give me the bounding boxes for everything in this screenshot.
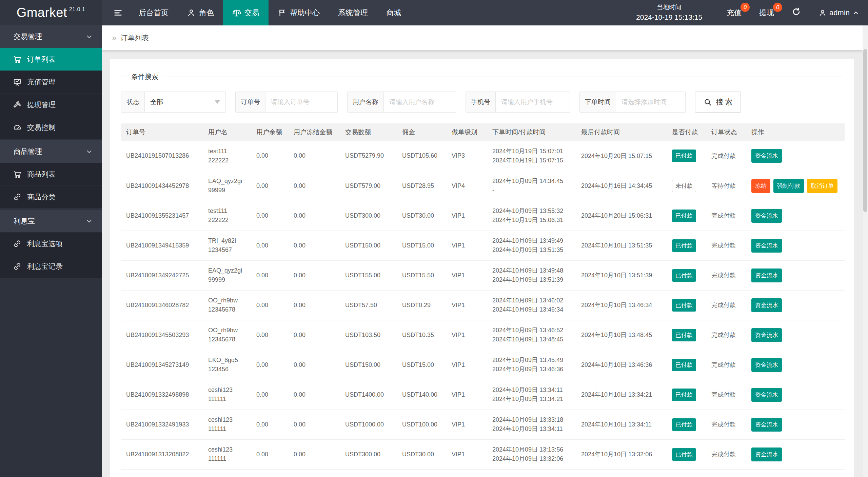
cell-paid: 已付款 <box>667 410 706 439</box>
cell-level: VIP4 <box>447 171 487 201</box>
phone-input[interactable] <box>496 92 570 112</box>
cell-frozen: 0.00 <box>289 350 340 380</box>
nav-item-1[interactable]: 后台首页 <box>130 0 178 25</box>
paid-status-badge: 未付款 <box>672 180 696 192</box>
sidebar-submenu: 利息宝选项利息宝记录 <box>0 232 102 278</box>
cell-order-status: 完成付款 <box>706 439 746 469</box>
table-row-7: UB2410091345503293OO_rh9bw123456780.000.… <box>121 320 845 350</box>
sidebar-item-利息宝选项[interactable]: 利息宝选项 <box>0 232 102 255</box>
nav-item-3[interactable]: 交易 <box>223 0 269 25</box>
refresh-icon <box>792 7 801 18</box>
cell-actions: 资金流水 <box>746 320 845 350</box>
fund-flow-button[interactable]: 资金流水 <box>751 149 782 163</box>
sidebar-item-提现管理[interactable]: 提现管理 <box>0 93 102 116</box>
nav-item-label: 商城 <box>386 8 401 18</box>
cell-amount: USDT57.50 <box>340 290 397 320</box>
cell-order-no: UB2410191507013286 <box>121 141 203 171</box>
freeze-button[interactable]: 冻结 <box>751 179 770 193</box>
order-time-filter-group: 下单时间 <box>579 92 686 113</box>
person-icon <box>187 8 196 17</box>
cell-username-line2: 99999 <box>208 275 246 284</box>
sidebar: 交易管理订单列表充值管理提现管理交易控制商品管理商品列表商品分类利息宝利息宝选项… <box>0 25 102 477</box>
chevron-down-icon <box>85 33 93 40</box>
search-form: 状态 全部 订单号 用户名称 手机号 <box>121 92 843 113</box>
fund-flow-button[interactable]: 资金流水 <box>751 328 782 342</box>
cell-order-pay-time-line1: 2024年10月19日 15:07:01 <box>492 147 571 156</box>
paid-status-badge: 已付款 <box>672 239 696 252</box>
local-time-label: 当地时间 <box>636 3 702 12</box>
sidebar-item-利息宝记录[interactable]: 利息宝记录 <box>0 255 102 278</box>
fund-flow-button[interactable]: 资金流水 <box>751 209 782 223</box>
fund-flow-button[interactable]: 资金流水 <box>751 269 782 282</box>
order-time-input[interactable] <box>616 92 685 112</box>
sidebar-item-商品分类[interactable]: 商品分类 <box>0 185 102 208</box>
sidebar-group-header-2[interactable]: 商品管理 <box>0 140 102 163</box>
nav-item-5[interactable]: 系统管理 <box>329 0 377 25</box>
cell-order-pay-time-line1: 2024年10月09日 13:34:11 <box>492 385 571 395</box>
cell-order-pay-time-line1: 2024年10月09日 13:49:48 <box>492 266 571 275</box>
order-no-filter-group: 订单号 <box>235 92 338 113</box>
table-row-2: UB2410091434452978EAQ_qyz2gi999990.000.0… <box>121 171 845 201</box>
recharge-count-badge: 0 <box>741 3 750 12</box>
cell-frozen: 0.00 <box>289 380 340 410</box>
cell-order-status: 完成付款 <box>706 380 746 410</box>
table-row-3: UB2410091355231457test1112222220.000.00U… <box>121 201 845 231</box>
cell-commission: USDT0.29 <box>397 290 447 320</box>
menu-toggle-button[interactable] <box>106 0 130 25</box>
sidebar-item-充值管理[interactable]: 充值管理 <box>0 71 102 93</box>
nav-item-2[interactable]: 角色 <box>178 0 223 25</box>
withdraw-button[interactable]: 提现 0 <box>750 0 783 25</box>
cancel-order-button[interactable]: 取消订单 <box>807 179 837 193</box>
topbar: Gmarket 21.0.1 后台首页角色交易帮助中心系统管理商城 当地时间 2… <box>0 0 868 25</box>
username-input[interactable] <box>384 92 456 112</box>
nav-item-label: 角色 <box>199 8 214 18</box>
cell-last-pay-time: 2024年10月10日 13:51:39 <box>576 260 667 290</box>
cell-commission: USDT15.50 <box>397 260 447 290</box>
nav-item-6[interactable]: 商城 <box>377 0 410 25</box>
sidebar-item-商品列表[interactable]: 商品列表 <box>0 163 102 185</box>
cell-username-line1: test111 <box>208 147 246 156</box>
cell-order-pay-time-line2: - <box>492 186 571 195</box>
order-no-input[interactable] <box>265 92 337 112</box>
vertical-scrollbar[interactable] <box>863 25 868 477</box>
sidebar-group-header-3[interactable]: 利息宝 <box>0 210 102 232</box>
paid-status-badge: 已付款 <box>672 210 696 222</box>
sidebar-item-订单列表[interactable]: 订单列表 <box>0 48 102 71</box>
cell-last-pay-time: 2024年10月10日 13:46:36 <box>576 350 667 380</box>
cell-order-pay-time: 2024年10月09日 13:10:36 <box>487 469 576 477</box>
app-logo[interactable]: Gmarket 21.0.1 <box>0 0 102 25</box>
column-header-3: 用户余额 <box>251 123 289 141</box>
cell-username-line1: EAQ_qyz2gi <box>208 266 246 275</box>
cell-commission: USDT30.00 <box>397 439 447 469</box>
cell-frozen: 0.00 <box>289 260 340 290</box>
sidebar-group-header-1[interactable]: 交易管理 <box>0 25 102 48</box>
local-time-block: 当地时间 2024-10-19 15:13:15 <box>636 3 702 23</box>
fund-flow-button[interactable]: 资金流水 <box>751 239 782 253</box>
scrollbar-thumb[interactable] <box>863 49 867 212</box>
cell-paid: 已付款 <box>667 380 706 410</box>
nav-item-4[interactable]: 帮助中心 <box>269 0 329 25</box>
cell-order-no: UB2410091345273149 <box>121 350 203 380</box>
fund-flow-button[interactable]: 资金流水 <box>751 448 782 461</box>
fund-flow-button[interactable]: 资金流水 <box>751 388 782 402</box>
force-pay-button[interactable]: 强制付款 <box>773 179 804 193</box>
cell-last-pay-time: 2024年10月16日 14:34:45 <box>576 171 667 201</box>
fund-flow-button[interactable]: 资金流水 <box>751 358 782 372</box>
hamburger-icon <box>113 8 123 18</box>
cell-frozen: 0.00 <box>289 410 340 439</box>
table-row-4: UB2410091349415359TRI_4y82i12345670.000.… <box>121 231 845 260</box>
search-button[interactable]: 搜 索 <box>695 92 741 113</box>
status-select[interactable]: 全部 <box>145 92 225 112</box>
admin-menu[interactable]: admin <box>810 0 868 25</box>
link-icon <box>13 262 22 271</box>
refresh-button[interactable] <box>783 0 810 25</box>
sidebar-item-交易控制[interactable]: 交易控制 <box>0 116 102 139</box>
fund-flow-button[interactable]: 资金流水 <box>751 418 782 432</box>
fund-flow-button[interactable]: 资金流水 <box>751 298 782 312</box>
search-fieldset: 条件搜索 <box>121 72 843 81</box>
search-icon <box>704 98 712 106</box>
cell-order-status: 等待付款 <box>706 171 746 201</box>
cell-amount: USDT5279.90 <box>340 141 397 171</box>
recharge-button[interactable]: 充值 0 <box>718 0 750 25</box>
cell-commission: USDT105.60 <box>397 141 447 171</box>
